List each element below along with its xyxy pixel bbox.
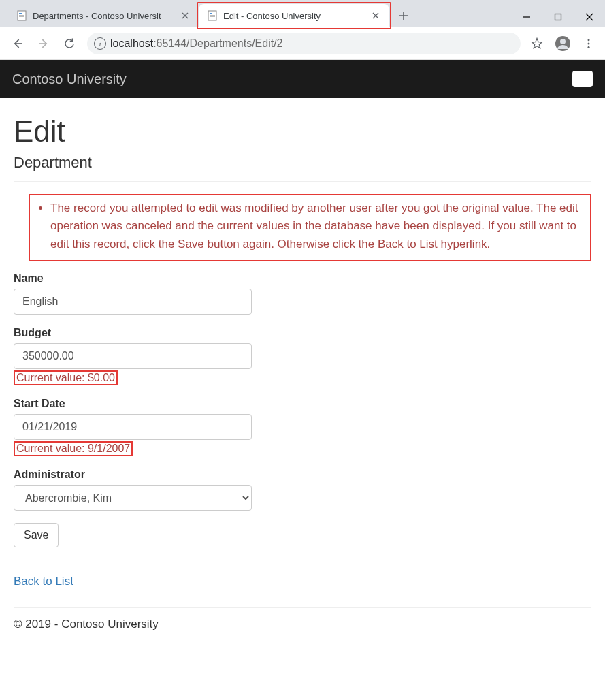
window-controls xyxy=(511,7,605,27)
titlebar: Departments - Contoso Universit Edit - C… xyxy=(0,0,605,27)
address-bar: i localhost:65144/Departments/Edit/2 xyxy=(0,27,605,60)
budget-label: Budget xyxy=(14,327,591,339)
tab-favicon-icon xyxy=(207,10,218,21)
url-host: localhost xyxy=(110,37,153,49)
page-footer: © 2019 - Contoso University xyxy=(14,618,591,642)
tab-close-icon[interactable] xyxy=(180,10,191,21)
url-port: :65144 xyxy=(153,37,186,49)
startdate-label: Start Date xyxy=(14,398,591,410)
window-maximize-button[interactable] xyxy=(542,7,574,27)
navbar-toggle-button[interactable] xyxy=(572,71,593,87)
browser-tab-active[interactable]: Edit - Contoso University xyxy=(199,4,389,27)
page-title: Edit xyxy=(14,114,591,148)
startdate-input[interactable] xyxy=(14,414,252,440)
administrator-select[interactable]: Abercrombie, Kim xyxy=(14,485,252,511)
nav-forward-button[interactable] xyxy=(31,31,56,56)
browser-tab-inactive[interactable]: Departments - Contoso Universit xyxy=(8,4,199,27)
startdate-validation-message: Current value: 9/1/2007 xyxy=(14,441,133,456)
budget-validation-message: Current value: $0.00 xyxy=(14,370,118,385)
omnibox[interactable]: i localhost:65144/Departments/Edit/2 xyxy=(87,33,521,54)
new-tab-button[interactable] xyxy=(393,5,414,26)
svg-rect-3 xyxy=(19,16,24,17)
svg-point-10 xyxy=(560,39,566,44)
svg-rect-8 xyxy=(555,14,561,20)
tab-title: Departments - Contoso Universit xyxy=(33,11,174,21)
footer-divider xyxy=(14,607,591,608)
form-group-administrator: Administrator Abercrombie, Kim xyxy=(14,468,591,511)
toolbar-right xyxy=(526,33,600,54)
nav-back-button[interactable] xyxy=(5,31,30,56)
form-group-name: Name xyxy=(14,272,591,315)
tab-favicon-icon xyxy=(16,10,27,21)
svg-rect-1 xyxy=(19,13,22,14)
form-group-submit: Save xyxy=(14,523,591,547)
budget-input[interactable] xyxy=(14,343,252,369)
name-input[interactable] xyxy=(14,289,252,315)
kebab-menu-icon[interactable] xyxy=(578,33,600,54)
save-button[interactable]: Save xyxy=(14,523,59,547)
svg-rect-7 xyxy=(210,16,215,17)
svg-rect-6 xyxy=(210,15,215,16)
svg-rect-2 xyxy=(19,15,24,16)
edit-form: Name Budget Current value: $0.00 Start D… xyxy=(14,272,591,547)
svg-rect-5 xyxy=(210,13,212,14)
site-info-icon[interactable]: i xyxy=(94,37,106,50)
svg-point-12 xyxy=(588,42,590,44)
browser-chrome: Departments - Contoso Universit Edit - C… xyxy=(0,0,605,60)
name-label: Name xyxy=(14,272,591,285)
window-close-button[interactable] xyxy=(574,7,605,27)
window-minimize-button[interactable] xyxy=(511,7,542,27)
profile-avatar-icon[interactable] xyxy=(552,33,574,54)
svg-point-13 xyxy=(588,46,590,48)
page-content: Edit Department The record you attempted… xyxy=(0,98,605,642)
bookmark-star-icon[interactable] xyxy=(526,33,548,54)
form-group-startdate: Start Date Current value: 9/1/2007 xyxy=(14,398,591,456)
nav-reload-button[interactable] xyxy=(57,31,82,56)
site-navbar: Contoso University xyxy=(0,60,605,98)
site-brand[interactable]: Contoso University xyxy=(12,71,127,87)
url-path: /Departments/Edit/2 xyxy=(186,37,282,49)
validation-summary-message: The record you attempted to edit was mod… xyxy=(50,200,585,253)
page-subtitle: Department xyxy=(14,154,591,172)
administrator-label: Administrator xyxy=(14,468,591,481)
back-to-list-link[interactable]: Back to List xyxy=(14,575,73,588)
divider xyxy=(14,181,591,182)
tab-strip: Departments - Contoso Universit Edit - C… xyxy=(0,4,414,27)
tab-title: Edit - Contoso University xyxy=(223,11,365,21)
url-text: localhost:65144/Departments/Edit/2 xyxy=(110,37,283,50)
validation-summary: The record you attempted to edit was mod… xyxy=(29,194,591,261)
form-group-budget: Budget Current value: $0.00 xyxy=(14,327,591,385)
svg-point-11 xyxy=(588,39,590,41)
tab-close-icon[interactable] xyxy=(370,10,381,21)
